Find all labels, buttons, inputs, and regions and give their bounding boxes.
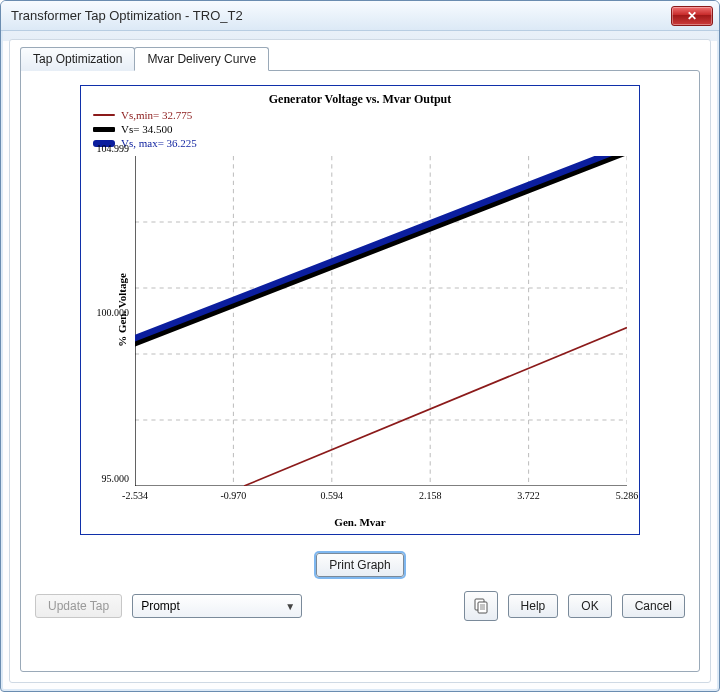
- x-tick-label: -0.970: [220, 490, 246, 501]
- window-title: Transformer Tap Optimization - TRO_T2: [11, 8, 243, 23]
- close-button[interactable]: ✕: [671, 6, 713, 26]
- legend-label: Vs= 34.500: [121, 122, 172, 136]
- legend-swatch-icon: [93, 114, 115, 116]
- mode-combobox[interactable]: Prompt ▼: [132, 594, 302, 618]
- legend-swatch-icon: [93, 127, 115, 132]
- y-tick-label: 100.000: [97, 306, 130, 317]
- legend-item-vs: Vs= 34.500: [93, 122, 197, 136]
- copy-settings-button[interactable]: [464, 591, 498, 621]
- chart-title: Generator Voltage vs. Mvar Output: [89, 92, 631, 107]
- titlebar: Transformer Tap Optimization - TRO_T2 ✕: [1, 1, 719, 31]
- x-tick-label: 5.286: [616, 490, 639, 501]
- dialog-button-bar: Update Tap Prompt ▼ Help OK: [35, 591, 685, 621]
- x-tick-label: 3.722: [517, 490, 540, 501]
- y-tick-label: 95.000: [102, 473, 130, 484]
- ok-button[interactable]: OK: [568, 594, 611, 618]
- help-button[interactable]: Help: [508, 594, 559, 618]
- chart-actions: Print Graph: [35, 553, 685, 577]
- combobox-value: Prompt: [141, 599, 180, 613]
- chart-svg: [135, 156, 627, 486]
- y-ticks: 95.000 100.000 104.999: [81, 156, 133, 486]
- dialog-window: Transformer Tap Optimization - TRO_T2 ✕ …: [0, 0, 720, 692]
- client-area: Tap Optimization Mvar Delivery Curve Gen…: [9, 39, 711, 683]
- x-ticks: -2.534 -0.970 0.594 2.158 3.722 5.286: [135, 490, 627, 504]
- legend-label: Vs,min= 32.775: [121, 108, 192, 122]
- print-graph-button[interactable]: Print Graph: [316, 553, 403, 577]
- y-tick-label: 104.999: [97, 143, 130, 154]
- series-vsmin: [244, 328, 627, 486]
- update-tap-button[interactable]: Update Tap: [35, 594, 122, 618]
- x-tick-label: -2.534: [122, 490, 148, 501]
- tab-tap-optimization[interactable]: Tap Optimization: [20, 47, 135, 71]
- chevron-down-icon: ▼: [285, 601, 295, 612]
- legend-label: Vs, max= 36.225: [121, 136, 197, 150]
- tab-mvar-delivery-curve[interactable]: Mvar Delivery Curve: [134, 47, 269, 71]
- x-axis-label: Gen. Mvar: [81, 516, 639, 528]
- series-vs: [135, 156, 627, 344]
- cancel-button[interactable]: Cancel: [622, 594, 685, 618]
- plot-area: [135, 156, 627, 486]
- legend-item-vsmin: Vs,min= 32.775: [93, 108, 197, 122]
- tabstrip: Tap Optimization Mvar Delivery Curve: [20, 46, 700, 70]
- close-icon: ✕: [687, 9, 697, 23]
- x-tick-label: 0.594: [321, 490, 344, 501]
- tab-content: Generator Voltage vs. Mvar Output Vs,min…: [20, 70, 700, 672]
- chart-container: Generator Voltage vs. Mvar Output Vs,min…: [80, 85, 640, 535]
- x-tick-label: 2.158: [419, 490, 442, 501]
- documents-icon: [472, 597, 490, 615]
